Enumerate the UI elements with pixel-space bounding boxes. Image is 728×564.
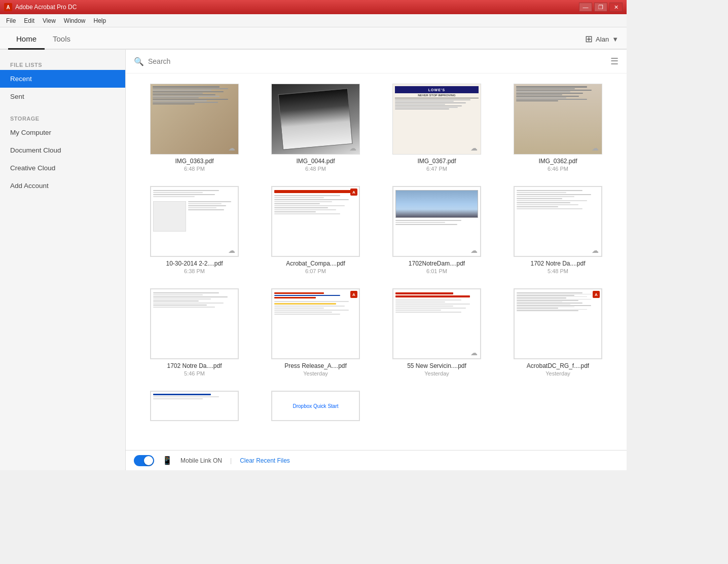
list-item[interactable]: ☁ 55 New Servicin....pdf Yesterday: [380, 286, 493, 379]
username: Alan: [596, 35, 609, 43]
file-thumbnail: ☁: [392, 288, 481, 359]
file-time: 6:01 PM: [426, 268, 447, 274]
menu-edit[interactable]: Edit: [20, 15, 39, 26]
adobe-badge: A: [350, 291, 357, 298]
menu-window[interactable]: Window: [60, 15, 90, 26]
file-time: 5:46 PM: [184, 370, 205, 377]
file-name: IMG_0044.pdf: [296, 158, 335, 165]
file-name: 10-30-2014 2-2....pdf: [166, 260, 223, 267]
file-name: IMG_0363.pdf: [175, 158, 213, 165]
file-thumbnail: ☁: [514, 186, 602, 257]
file-name: IMG_0367.pdf: [417, 158, 456, 165]
file-thumbnail: ☁: [392, 186, 481, 257]
content-area: 🔍 ☰: [126, 50, 627, 470]
file-thumbnail: A: [271, 288, 360, 359]
file-name: 1702 Notre Da....pdf: [530, 260, 585, 267]
file-thumbnail: [150, 288, 239, 359]
clear-recent-files-link[interactable]: Clear Recent Files: [240, 457, 290, 464]
list-item[interactable]: A AcrobatDC_RG_f....pdf Yesterday: [501, 286, 614, 379]
tab-home[interactable]: Home: [8, 30, 45, 50]
searchbar: 🔍 ☰: [126, 50, 627, 73]
file-thumbnail: A: [271, 186, 360, 257]
user-dropdown-icon[interactable]: ▼: [612, 35, 618, 43]
cloud-sync-icon: ☁: [592, 144, 599, 152]
file-name: IMG_0362.pdf: [538, 158, 577, 165]
list-item[interactable]: ☁ IMG_0044.pdf 6:48 PM: [259, 82, 372, 174]
file-name: AcrobatDC_RG_f....pdf: [527, 362, 589, 369]
cloud-sync-icon: ☁: [470, 349, 478, 357]
sidebar-item-recent[interactable]: Recent: [0, 70, 125, 88]
app-title: Adobe Acrobat Pro DC: [15, 4, 77, 11]
titlebar-left: A Adobe Acrobat Pro DC: [4, 3, 77, 11]
file-thumbnail: A: [514, 288, 602, 359]
file-thumbnail: ☁: [150, 84, 239, 155]
bottombar: 📱 Mobile Link ON | Clear Recent Files: [126, 450, 627, 470]
sidebar-item-sent[interactable]: Sent: [0, 88, 125, 105]
list-item[interactable]: A Acrobat_Compa....pdf 6:07 PM: [259, 184, 372, 276]
file-name: Acrobat_Compa....pdf: [286, 260, 345, 267]
file-time: 5:48 PM: [548, 268, 568, 274]
user-area: ⊞ Alan ▼: [585, 33, 618, 49]
minimize-button[interactable]: —: [579, 3, 592, 12]
mobile-link-label: Mobile Link ON: [180, 457, 222, 464]
file-thumbnail: ☁: [150, 186, 239, 257]
file-thumbnail: ☁: [271, 84, 360, 155]
titlebar-controls: — ❐ ✕: [579, 3, 623, 12]
list-item[interactable]: 1702 Notre Da....pdf 5:46 PM: [138, 286, 251, 379]
sidebar-item-creative-cloud[interactable]: Creative Cloud: [0, 159, 125, 177]
file-time: Yesterday: [545, 370, 570, 377]
file-name: 1702 Notre Da....pdf: [167, 362, 222, 369]
file-time: 6:38 PM: [184, 268, 205, 274]
separator: |: [230, 457, 232, 464]
file-thumbnail: Dropbox Quick Start: [271, 391, 360, 421]
list-item[interactable]: A Press Release_A....pdf Yesterday: [259, 286, 372, 379]
search-inner: 🔍: [134, 57, 610, 66]
adobe-badge: A: [593, 291, 600, 298]
list-view-icon[interactable]: ☰: [610, 56, 618, 67]
main: FILE LISTS Recent Sent STORAGE My Comput…: [0, 50, 627, 470]
list-item[interactable]: ☁ IMG_0363.pdf 6:48 PM: [138, 82, 251, 174]
sidebar-item-document-cloud[interactable]: Document Cloud: [0, 141, 125, 159]
file-time: 6:48 PM: [184, 166, 205, 172]
list-item[interactable]: Dropbox Quick Start: [259, 389, 372, 423]
file-name: Press Release_A....pdf: [284, 362, 347, 369]
file-thumbnail: ☁: [514, 84, 602, 155]
search-input[interactable]: [148, 57, 610, 65]
menu-file[interactable]: File: [2, 15, 20, 26]
sidebar: FILE LISTS Recent Sent STORAGE My Comput…: [0, 50, 126, 470]
file-time: 6:46 PM: [548, 166, 568, 172]
titlebar: A Adobe Acrobat Pro DC — ❐ ✕: [0, 0, 627, 14]
cloud-sync-icon: ☁: [592, 246, 599, 254]
list-item[interactable]: ☁ 10-30-2014 2-2....pdf 6:38 PM: [138, 184, 251, 276]
cloud-sync-icon: ☁: [228, 144, 235, 152]
file-time: Yesterday: [303, 370, 328, 377]
mobile-link-toggle[interactable]: [134, 455, 154, 466]
menubar: File Edit View Window Help: [0, 14, 627, 27]
tab-tools[interactable]: Tools: [45, 30, 79, 50]
file-thumbnail: [150, 391, 239, 421]
cloud-sync-icon: ☁: [349, 144, 356, 152]
device-icon: 📱: [162, 456, 172, 465]
cloud-sync-icon: ☁: [470, 246, 478, 254]
cloud-sync-icon: ☁: [228, 246, 235, 254]
sidebar-item-my-computer[interactable]: My Computer: [0, 124, 125, 141]
list-item[interactable]: ☁ 1702 Notre Da....pdf 5:48 PM: [501, 184, 614, 276]
file-thumbnail: LOWE'S NEVER STOP IMPROVING ☁: [392, 84, 481, 155]
list-item[interactable]: [138, 389, 251, 423]
search-icon: 🔍: [134, 57, 144, 66]
storage-label: STORAGE: [0, 111, 125, 124]
sidebar-item-add-account[interactable]: Add Account: [0, 177, 125, 195]
restore-button[interactable]: ❐: [594, 3, 607, 12]
file-name: 1702NotreDam....pdf: [409, 260, 465, 267]
file-grid: ☁ IMG_0363.pdf 6:48 PM ☁ IMG_0044.pdf 6:…: [126, 73, 627, 450]
file-time: 6:07 PM: [305, 268, 326, 274]
list-item[interactable]: LOWE'S NEVER STOP IMPROVING ☁ IMG_0367.p…: [380, 82, 493, 174]
list-item[interactable]: ☁ 1702NotreDam....pdf 6:01 PM: [380, 184, 493, 276]
file-name: 55 New Servicin....pdf: [407, 362, 466, 369]
list-item[interactable]: ☁ IMG_0362.pdf 6:46 PM: [501, 82, 614, 174]
close-button[interactable]: ✕: [609, 3, 623, 12]
menu-view[interactable]: View: [39, 15, 60, 26]
app-icon: A: [4, 3, 12, 11]
menu-help[interactable]: Help: [90, 15, 111, 26]
cloud-sync-icon: ☁: [470, 144, 478, 152]
